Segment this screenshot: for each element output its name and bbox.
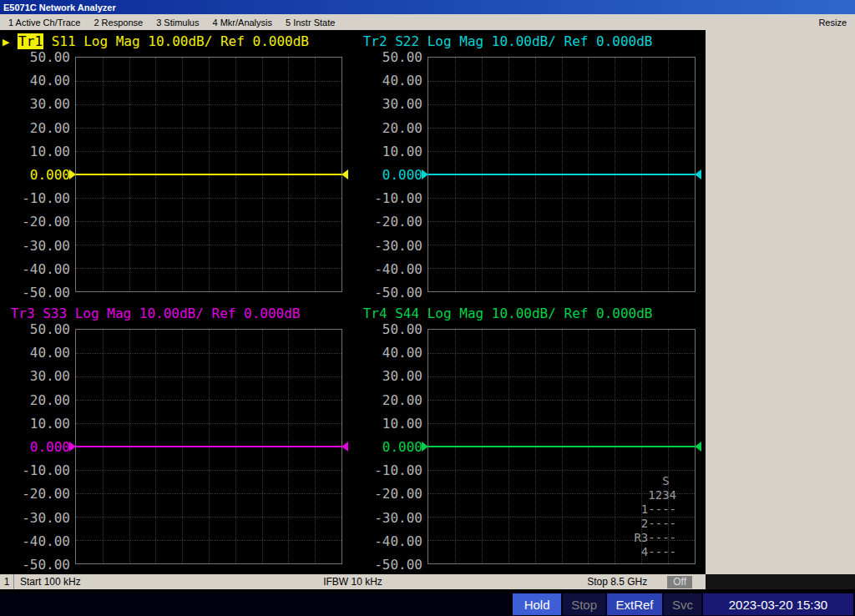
- menu-resize[interactable]: Resize: [818, 18, 855, 28]
- y-axis-label: -50.00: [22, 557, 70, 573]
- graticule: [75, 57, 342, 292]
- trace-header-tr3[interactable]: ▶ Tr3 S33 Log Mag 10.00dB/ Ref 0.000dB: [3, 305, 300, 322]
- display-area: ▶ Tr1 S11 Log Mag 10.00dB/ Ref 0.000dB 5…: [0, 30, 706, 574]
- menu-instr-state[interactable]: 5 Instr State: [279, 18, 341, 28]
- trace-parameter: S11: [52, 33, 76, 49]
- stop-indicator: Stop: [563, 593, 605, 615]
- channel-status-bar: 1 Start 100 kHz IFBW 10 kHz Stop 8.5 GHz…: [0, 574, 706, 589]
- y-axis-label: -30.00: [374, 237, 422, 253]
- y-axis-label: -10.00: [22, 190, 70, 206]
- gridline-horizontal: [76, 198, 341, 199]
- menu-bar: 1 Active Ch/Trace 2 Response 3 Stimulus …: [0, 14, 855, 30]
- y-axis-label: -10.00: [374, 190, 422, 206]
- y-axis-label: -20.00: [22, 214, 70, 230]
- y-axis-label: 50.00: [30, 321, 70, 337]
- graticule: [75, 329, 342, 564]
- y-axis-label: -10.00: [374, 462, 422, 478]
- gridline-horizontal: [76, 245, 341, 245]
- y-axis-label: -40.00: [374, 260, 422, 276]
- title-bar: E5071C Network Analyzer: [0, 0, 855, 14]
- y-axis-label: -40.00: [22, 260, 70, 276]
- trace-id: Tr4: [363, 305, 387, 321]
- gridline-horizontal: [76, 493, 341, 494]
- y-axis-label: -30.00: [22, 509, 70, 525]
- y-axis-labels: 50.0040.0030.0020.0010.000.000-10.00-20.…: [0, 329, 72, 564]
- y-axis-label: 30.00: [30, 368, 70, 384]
- gridline-horizontal: [428, 198, 695, 199]
- menu-mkr-analysis[interactable]: 4 Mkr/Analysis: [205, 18, 279, 28]
- trace-id: Tr1: [18, 33, 43, 49]
- port-status-map: S 1234 1---- 2---- R3---- 4----: [634, 474, 676, 559]
- extref-indicator: ExtRef: [607, 593, 662, 615]
- y-axis-label: 0.000: [30, 439, 70, 455]
- y-axis-label: 50.00: [382, 321, 422, 337]
- y-axis-label: -10.00: [22, 462, 70, 478]
- y-axis-label: 20.00: [382, 391, 422, 407]
- channel-status-row: 1 Start 100 kHz IFBW 10 kHz Stop 8.5 GHz…: [0, 574, 855, 589]
- gridline-horizontal: [76, 470, 341, 471]
- trace-id: Tr2: [363, 33, 387, 49]
- trace-format-label: Log Mag 10.00dB/ Ref 0.000dB: [75, 305, 301, 321]
- menu-active-ch-trace[interactable]: 1 Active Ch/Trace: [2, 18, 87, 28]
- y-axis-label: 30.00: [382, 368, 422, 384]
- instrument-status-bar: Hold Stop ExtRef Svc 2023-03-20 15:30: [0, 593, 855, 616]
- y-axis-label: -20.00: [374, 214, 422, 230]
- y-axis-label: 20.00: [30, 119, 70, 135]
- ref-level-marker-right-icon: [695, 442, 701, 452]
- trace-line: [428, 446, 695, 447]
- ref-level-marker-right-icon: [341, 169, 348, 179]
- trace-format-label: Log Mag 10.00dB/ Ref 0.000dB: [428, 33, 653, 49]
- start-frequency: Start 100 kHz: [20, 576, 81, 588]
- y-axis-label: 10.00: [382, 143, 422, 159]
- y-axis-labels: 50.0040.0030.0020.0010.000.000-10.00-20.…: [0, 57, 72, 292]
- y-axis-label: 40.00: [382, 345, 422, 361]
- y-axis-label: 0.000: [30, 167, 70, 183]
- ifbw-value: IFBW 10 kHz: [323, 576, 382, 588]
- y-axis-label: 10.00: [30, 143, 70, 159]
- y-axis-labels: 50.0040.0030.0020.0010.000.000-10.00-20.…: [352, 329, 424, 564]
- gridline-horizontal: [76, 221, 341, 222]
- trace-line: [76, 174, 341, 175]
- y-axis-label: 20.00: [30, 391, 70, 407]
- ref-level-marker-right-icon: [695, 169, 701, 179]
- gridline-horizontal: [76, 517, 341, 518]
- y-axis-label: -20.00: [374, 486, 422, 502]
- gridline-horizontal: [428, 268, 695, 269]
- ref-level-marker-left-icon: [69, 169, 76, 179]
- y-axis-label: 0.000: [382, 167, 422, 183]
- trace-panel-tr3: ▶ Tr3 S33 Log Mag 10.00dB/ Ref 0.000dB 5…: [0, 302, 352, 574]
- gridline-horizontal: [76, 540, 341, 541]
- trigger-hold-indicator: Hold: [513, 593, 561, 615]
- trace-line: [428, 174, 695, 175]
- ref-level-marker-left-icon: [422, 169, 428, 179]
- y-axis-label: 40.00: [382, 73, 422, 88]
- trace-header-tr4[interactable]: ▶ Tr4 S44 Log Mag 10.00dB/ Ref 0.000dB: [355, 305, 652, 322]
- graticule: [428, 57, 696, 292]
- ref-level-marker-left-icon: [69, 442, 76, 452]
- gridline-horizontal: [428, 245, 695, 245]
- ref-level-marker-right-icon: [341, 442, 348, 452]
- menu-response[interactable]: 2 Response: [87, 18, 149, 28]
- graticule: S 1234 1---- 2---- R3---- 4----: [428, 329, 696, 564]
- y-axis-label: -50.00: [374, 285, 422, 300]
- y-axis-label: 50.00: [30, 49, 70, 65]
- y-axis-label: 0.000: [382, 439, 422, 455]
- trace-panel-tr4: ▶ Tr4 S44 Log Mag 10.00dB/ Ref 0.000dB 5…: [352, 302, 706, 574]
- off-indicator: Off: [667, 576, 692, 588]
- trace-header-tr2[interactable]: ▶ Tr2 S22 Log Mag 10.00dB/ Ref 0.000dB: [355, 33, 652, 50]
- y-axis-label: -30.00: [22, 237, 70, 253]
- ref-level-marker-left-icon: [422, 442, 428, 452]
- trace-parameter: S33: [43, 305, 67, 321]
- trace-line: [76, 446, 341, 447]
- e5071c-window: E5071C Network Analyzer 1 Active Ch/Trac…: [0, 0, 855, 616]
- gridline-horizontal: [76, 268, 341, 269]
- y-axis-label: 40.00: [30, 345, 70, 361]
- y-axis-label: 10.00: [30, 415, 70, 431]
- trace-id: Tr3: [11, 305, 35, 321]
- active-trace-arrow-icon: ▶: [3, 37, 9, 48]
- y-axis-label: -50.00: [22, 285, 70, 300]
- menu-stimulus[interactable]: 3 Stimulus: [149, 18, 205, 28]
- y-axis-label: -40.00: [22, 533, 70, 548]
- svc-indicator: Svc: [664, 593, 701, 615]
- y-axis-label: 30.00: [382, 96, 422, 112]
